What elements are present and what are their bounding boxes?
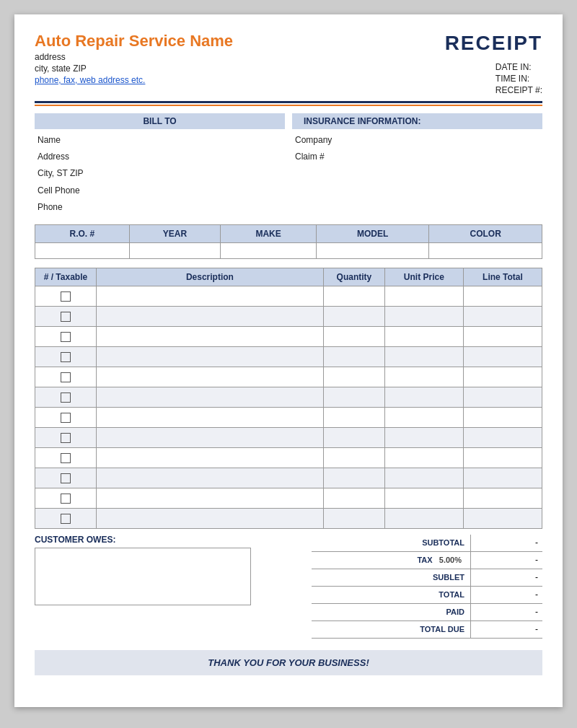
quantity-cell	[323, 326, 384, 346]
unit-price-cell	[384, 367, 463, 387]
checkbox-cell[interactable]	[35, 326, 97, 346]
checkbox-cell[interactable]	[35, 306, 97, 326]
checkbox-cell[interactable]	[35, 407, 97, 427]
table-row	[35, 387, 542, 407]
table-row	[35, 286, 542, 306]
checkbox-cell[interactable]	[35, 468, 97, 488]
checkbox-icon[interactable]	[61, 413, 71, 423]
checkbox-icon[interactable]	[61, 291, 71, 302]
table-row	[35, 346, 542, 367]
checkbox-cell[interactable]	[35, 387, 97, 407]
total-due-value: -	[470, 621, 542, 638]
year-cell	[129, 242, 221, 258]
total-row: TOTAL -	[312, 587, 542, 604]
checkbox-cell[interactable]	[35, 286, 97, 306]
checkbox-cell[interactable]	[35, 447, 97, 468]
ro-cell	[35, 242, 130, 258]
make-cell	[221, 242, 317, 258]
checkbox-icon[interactable]	[61, 372, 71, 382]
totals-block: SUBTOTAL - TAX 5.00% - SUBLET - TOTAL - …	[312, 535, 542, 639]
table-row	[35, 367, 542, 387]
paid-row: PAID -	[312, 604, 542, 621]
year-col-header: YEAR	[129, 224, 221, 242]
line-total-cell	[463, 387, 542, 407]
total-due-label: TOTAL DUE	[384, 625, 470, 633]
description-cell	[96, 286, 323, 306]
checkbox-icon[interactable]	[61, 473, 71, 483]
unit-price-cell	[384, 306, 463, 326]
table-row	[35, 326, 542, 346]
description-cell	[96, 488, 323, 508]
customer-owes-label: CUSTOMER OWES:	[35, 535, 265, 545]
checkbox-cell[interactable]	[35, 367, 97, 387]
description-cell	[96, 427, 323, 447]
tax-label: TAX 5.00%	[384, 556, 470, 564]
quantity-cell	[323, 407, 384, 427]
line-total-cell	[463, 326, 542, 346]
unit-price-cell	[384, 387, 463, 407]
table-row	[35, 447, 542, 468]
description-cell	[96, 387, 323, 407]
company-field: Company	[292, 132, 542, 149]
cell-field: Cell Phone	[35, 183, 285, 199]
quantity-cell	[323, 427, 384, 447]
num-taxable-col-header: # / Taxable	[35, 268, 97, 286]
checkbox-icon[interactable]	[61, 332, 71, 342]
description-col-header: Description	[96, 268, 323, 286]
quantity-cell	[323, 468, 384, 488]
table-row	[35, 508, 542, 528]
claim-field: Claim #	[292, 149, 542, 165]
customer-owes-section: CUSTOMER OWES:	[35, 535, 265, 605]
bill-to-box: BILL TO Name Address City, ST ZIP Cell P…	[35, 113, 285, 216]
unit-price-cell	[384, 326, 463, 346]
receipt-fields: DATE IN: TIME IN: RECEIPT #:	[495, 62, 542, 95]
checkbox-icon[interactable]	[61, 433, 71, 443]
bill-to-header: BILL TO	[35, 113, 285, 129]
line-total-cell	[463, 286, 542, 306]
model-cell	[316, 242, 429, 258]
description-cell	[96, 508, 323, 528]
description-cell	[96, 306, 323, 326]
checkbox-icon[interactable]	[61, 312, 71, 322]
table-row	[35, 468, 542, 488]
table-row	[35, 407, 542, 427]
quantity-cell	[323, 488, 384, 508]
checkbox-icon[interactable]	[61, 392, 71, 403]
quantity-cell	[323, 447, 384, 468]
name-field: Name	[35, 132, 285, 149]
unit-price-cell	[384, 508, 463, 528]
line-total-cell	[463, 367, 542, 387]
description-cell	[96, 447, 323, 468]
notes-box[interactable]	[35, 548, 251, 605]
footer-banner: THANK YOU FOR YOUR BUSINESS!	[35, 650, 542, 675]
company-name: Auto Repair Service Name	[35, 32, 233, 51]
unit-price-cell	[384, 447, 463, 468]
date-in-field: DATE IN:	[495, 62, 532, 72]
checkbox-cell[interactable]	[35, 508, 97, 528]
tax-row: TAX 5.00% -	[312, 552, 542, 569]
total-label: TOTAL	[384, 590, 470, 599]
sublet-value: -	[470, 569, 542, 586]
unit-price-cell	[384, 468, 463, 488]
contact-link[interactable]: phone, fax, web address etc.	[35, 75, 233, 85]
insurance-header: INSURANCE INFORMATION:	[292, 113, 542, 129]
checkbox-icon[interactable]	[61, 352, 71, 362]
checkbox-cell[interactable]	[35, 488, 97, 508]
description-cell	[96, 326, 323, 346]
unit-price-cell	[384, 346, 463, 367]
line-total-cell	[463, 306, 542, 326]
receipt-page: Auto Repair Service Name address city, s…	[14, 14, 563, 707]
phone-field: Phone	[35, 199, 285, 216]
description-cell	[96, 407, 323, 427]
quantity-cell	[323, 367, 384, 387]
address-field: Address	[35, 149, 285, 165]
checkbox-cell[interactable]	[35, 346, 97, 367]
checkbox-icon[interactable]	[61, 494, 71, 504]
city-state-zip: city, state ZIP	[35, 63, 233, 74]
paid-value: -	[470, 604, 542, 620]
checkbox-cell[interactable]	[35, 427, 97, 447]
checkbox-icon[interactable]	[61, 453, 71, 463]
unit-price-cell	[384, 488, 463, 508]
checkbox-icon[interactable]	[61, 514, 71, 524]
description-cell	[96, 346, 323, 367]
